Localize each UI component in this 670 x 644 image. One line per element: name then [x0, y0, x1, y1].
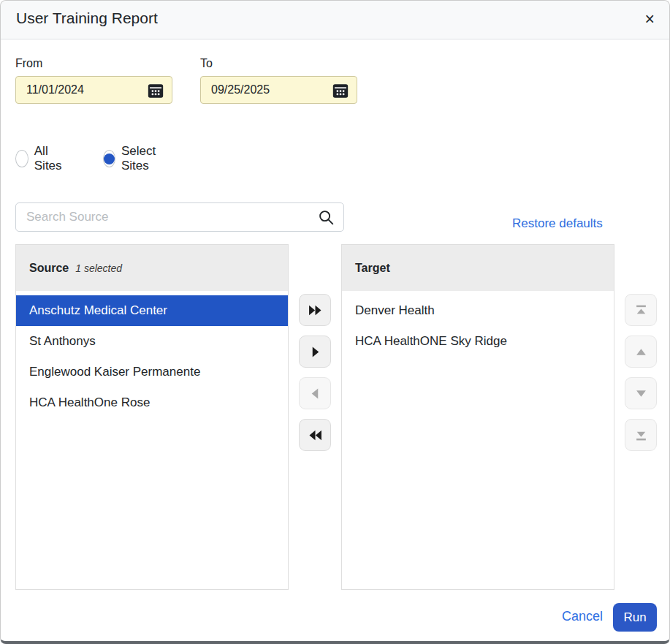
- dialog-title: User Training Report: [16, 10, 158, 27]
- list-item[interactable]: Englewood Kaiser Permanente: [16, 357, 288, 387]
- user-training-report-dialog: User Training Report × From To: [0, 0, 670, 644]
- source-panel-title: Source: [29, 262, 69, 275]
- search-icon[interactable]: [319, 210, 334, 225]
- radio-circle-icon[interactable]: [15, 150, 28, 167]
- radio-select-sites[interactable]: Select Sites: [103, 144, 161, 173]
- radio-select-sites-label: Select Sites: [121, 144, 161, 173]
- list-item[interactable]: Denver Health: [342, 295, 614, 326]
- run-button[interactable]: Run: [613, 603, 657, 632]
- source-panel-header: Source 1 selected: [16, 245, 288, 293]
- search-input[interactable]: [16, 203, 343, 231]
- list-item[interactable]: HCA HealthONE Sky Ridge: [342, 326, 614, 357]
- cancel-button[interactable]: Cancel: [562, 609, 603, 624]
- radio-circle-icon[interactable]: [103, 150, 115, 167]
- list-item[interactable]: HCA HealthOne Rose: [16, 387, 288, 418]
- target-list: Denver Health HCA HealthONE Sky Ridge: [342, 295, 614, 589]
- calendar-icon[interactable]: [332, 83, 349, 99]
- dialog-header: User Training Report ×: [1, 1, 669, 39]
- target-panel: Target Denver Health HCA HealthONE Sky R…: [341, 244, 614, 590]
- calendar-icon[interactable]: [148, 83, 164, 99]
- move-up-button[interactable]: [625, 336, 657, 368]
- move-to-top-button[interactable]: [625, 294, 657, 326]
- move-all-right-button[interactable]: [299, 294, 331, 326]
- search-box: [15, 202, 344, 232]
- move-left-button[interactable]: [299, 377, 331, 409]
- to-label: To: [200, 57, 213, 70]
- target-panel-title: Target: [355, 262, 390, 275]
- move-all-left-button[interactable]: [299, 419, 331, 451]
- radio-all-sites[interactable]: All Sites: [15, 144, 66, 173]
- target-panel-header: Target: [342, 245, 614, 293]
- close-icon[interactable]: ×: [645, 9, 655, 29]
- radio-all-sites-label: All Sites: [34, 144, 66, 173]
- move-right-button[interactable]: [299, 336, 331, 368]
- from-date-field[interactable]: [15, 76, 172, 104]
- from-label: From: [15, 57, 42, 70]
- list-item[interactable]: St Anthonys: [16, 326, 288, 357]
- source-selected-count: 1 selected: [75, 262, 122, 274]
- to-date-field[interactable]: [200, 76, 357, 104]
- source-list: Anschutz Medical Center St Anthonys Engl…: [16, 295, 288, 589]
- restore-defaults-link[interactable]: Restore defaults: [512, 216, 603, 231]
- list-item[interactable]: Anschutz Medical Center: [16, 295, 288, 326]
- move-down-button[interactable]: [625, 377, 657, 409]
- source-panel: Source 1 selected Anschutz Medical Cente…: [15, 244, 289, 590]
- move-to-bottom-button[interactable]: [625, 419, 657, 451]
